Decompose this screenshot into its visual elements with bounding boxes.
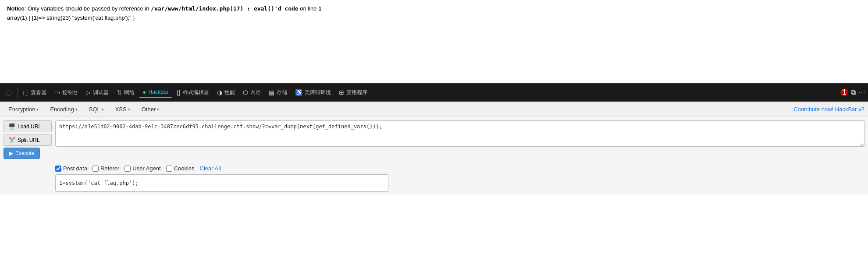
hackbar-menubar: Encryption ▾ Encoding ▾ SQL ▾ XSS ▾ Othe… bbox=[0, 102, 868, 117]
post-data-label: Post data bbox=[63, 165, 87, 172]
split-screen-icon[interactable]: ⧉ bbox=[851, 88, 856, 96]
encryption-arrow-icon: ▾ bbox=[36, 107, 39, 112]
toolbar-right-icons: 1 ⧉ ⋯ bbox=[840, 88, 865, 97]
style-editor-icon: {} bbox=[176, 89, 180, 96]
split-url-label: Split URL bbox=[18, 137, 40, 143]
user-agent-checkbox-label[interactable]: User Agent bbox=[125, 165, 160, 172]
url-area bbox=[55, 120, 864, 148]
inspector-icon: ⬚ bbox=[23, 89, 28, 96]
notice-bold: Notice bbox=[7, 5, 25, 12]
menu-encryption-label: Encryption bbox=[8, 106, 35, 113]
notice-line2: array(1) { [1]=> string(23) "system('cat… bbox=[7, 14, 135, 21]
more-tools-icon[interactable]: ⋯ bbox=[858, 88, 865, 97]
contribute-link[interactable]: Contribute now! HackBar v2 bbox=[793, 106, 864, 113]
accessibility-icon: ♿ bbox=[295, 89, 302, 96]
cookies-label: Cookies bbox=[174, 165, 195, 172]
devtools-inspector[interactable]: ⬚ 查看器 bbox=[19, 87, 50, 98]
inspector-label: 查看器 bbox=[31, 89, 46, 96]
post-data-input[interactable] bbox=[55, 174, 388, 192]
console-label: 控制台 bbox=[62, 89, 78, 96]
menu-other-label: Other bbox=[142, 106, 156, 113]
user-agent-checkbox[interactable] bbox=[125, 166, 131, 172]
hackbar-buttons: 🖥️ Load URL ✂️ Split URL ▶ Execute bbox=[4, 120, 52, 159]
devtools-storage[interactable]: ▤ 存储 bbox=[265, 87, 291, 98]
devtools-debugger[interactable]: ▷ 调试器 bbox=[82, 87, 112, 98]
memory-label: 内存 bbox=[250, 89, 261, 96]
devtools-cursor-tool[interactable]: ⬚ bbox=[3, 87, 15, 98]
referer-checkbox-label[interactable]: Referer bbox=[92, 165, 119, 172]
devtools-accessibility[interactable]: ♿ 无障碍环境 bbox=[292, 87, 334, 98]
sql-arrow-icon: ▾ bbox=[102, 107, 104, 112]
hackbar-panel: Encryption ▾ Encoding ▾ SQL ▾ XSS ▾ Othe… bbox=[0, 102, 868, 195]
execute-play-icon: ▶ bbox=[9, 150, 13, 156]
devtools-style-editor[interactable]: {} 样式编辑器 bbox=[173, 87, 212, 98]
load-url-label: Load URL bbox=[18, 123, 41, 130]
storage-icon: ▤ bbox=[269, 89, 274, 96]
notice-text2: on line bbox=[299, 5, 319, 12]
notice-code: /var/www/html/index.php(17) : eval()'d c… bbox=[151, 5, 299, 12]
menu-xss-label: XSS bbox=[115, 106, 127, 113]
cookies-checkbox-label[interactable]: Cookies bbox=[166, 165, 195, 172]
apps-icon: ⊞ bbox=[339, 89, 344, 96]
split-url-icon: ✂️ bbox=[8, 137, 15, 143]
menu-sql-label: SQL bbox=[89, 106, 100, 113]
devtools-apps[interactable]: ⊞ 应用程序 bbox=[335, 87, 371, 98]
page-content: Notice: Only variables should be passed … bbox=[0, 0, 868, 83]
referer-label: Referer bbox=[100, 165, 119, 172]
notice-line1: Notice: Only variables should be passed … bbox=[7, 5, 321, 12]
console-icon: ▭ bbox=[54, 89, 60, 96]
menu-encryption[interactable]: Encryption ▾ bbox=[4, 104, 43, 115]
encoding-arrow-icon: ▾ bbox=[75, 107, 78, 112]
referer-checkbox[interactable] bbox=[92, 166, 99, 172]
load-url-button[interactable]: 🖥️ Load URL bbox=[4, 120, 52, 132]
url-input[interactable] bbox=[55, 120, 864, 147]
performance-icon: ◑ bbox=[217, 89, 222, 96]
user-agent-label: User Agent bbox=[132, 165, 160, 172]
cursor-icon: ⬚ bbox=[6, 89, 12, 96]
network-icon: ⇅ bbox=[117, 89, 122, 96]
split-url-button[interactable]: ✂️ Split URL bbox=[4, 134, 52, 146]
hackbar-icon: ● bbox=[142, 88, 146, 95]
debugger-label: 调试器 bbox=[93, 89, 109, 96]
devtools-memory[interactable]: ⬡ 内存 bbox=[239, 87, 264, 98]
accessibility-label: 无障碍环境 bbox=[305, 89, 331, 96]
xss-arrow-icon: ▾ bbox=[128, 107, 130, 112]
notice-linenum: 1 bbox=[318, 5, 321, 12]
post-data-checkbox-label[interactable]: Post data bbox=[55, 165, 87, 172]
menu-encoding[interactable]: Encoding ▾ bbox=[45, 104, 82, 115]
postdata-input-row bbox=[0, 172, 868, 195]
style-editor-label: 样式编辑器 bbox=[183, 89, 209, 96]
toolbar-separator-1 bbox=[17, 87, 18, 98]
devtools-hackbar[interactable]: ● HackBar bbox=[139, 87, 172, 98]
other-arrow-icon: ▾ bbox=[157, 107, 159, 112]
execute-button[interactable]: ▶ Execute bbox=[4, 148, 40, 159]
devtools-performance[interactable]: ◑ 性能 bbox=[213, 87, 238, 98]
cookies-checkbox[interactable] bbox=[166, 166, 172, 172]
menu-encoding-label: Encoding bbox=[50, 106, 74, 113]
network-label: 网络 bbox=[124, 89, 135, 96]
memory-icon: ⬡ bbox=[243, 89, 248, 96]
postdata-row: Post data Referer User Agent Cookies Cle… bbox=[0, 162, 868, 172]
devtools-console[interactable]: ▭ 控制台 bbox=[51, 87, 82, 98]
notice-text1: : Only variables should be passed by ref… bbox=[25, 5, 151, 12]
notice-area: Notice: Only variables should be passed … bbox=[7, 4, 861, 23]
post-data-checkbox[interactable] bbox=[55, 166, 61, 172]
load-url-icon: 🖥️ bbox=[8, 123, 15, 130]
storage-label: 存储 bbox=[277, 89, 287, 96]
error-badge: 1 bbox=[840, 88, 848, 96]
clear-all-button[interactable]: Clear All bbox=[200, 165, 221, 172]
performance-label: 性能 bbox=[224, 89, 235, 96]
execute-label: Execute bbox=[15, 150, 34, 156]
devtools-toolbar: ⬚ ⬚ 查看器 ▭ 控制台 ▷ 调试器 ⇅ 网络 ● HackBar {} 样式… bbox=[0, 83, 868, 102]
menu-xss[interactable]: XSS ▾ bbox=[110, 104, 135, 115]
debugger-icon: ▷ bbox=[86, 89, 91, 96]
hackbar-main: 🖥️ Load URL ✂️ Split URL ▶ Execute bbox=[0, 117, 868, 162]
hackbar-label: HackBar bbox=[148, 89, 168, 95]
devtools-network[interactable]: ⇅ 网络 bbox=[113, 87, 138, 98]
apps-label: 应用程序 bbox=[346, 89, 367, 96]
menu-sql[interactable]: SQL ▾ bbox=[84, 104, 109, 115]
menu-other[interactable]: Other ▾ bbox=[137, 104, 164, 115]
